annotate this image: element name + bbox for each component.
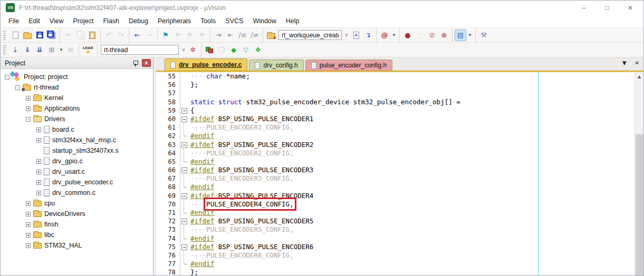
paste-button[interactable] (86, 29, 98, 41)
scroll-up-icon[interactable]: ▲ (635, 72, 643, 81)
expand-icon[interactable]: + (26, 106, 31, 111)
collapse-icon[interactable]: - (26, 117, 31, 122)
fold-collapse-icon[interactable] (180, 141, 189, 149)
configuration-wrench-button[interactable]: ⚒ (478, 29, 489, 41)
expand-icon[interactable]: + (36, 159, 41, 164)
expand-icon[interactable]: + (36, 191, 41, 195)
menu-peripherals[interactable]: Peripherals (153, 16, 196, 26)
tree-item-startup-stm32f407xx-s[interactable]: startup_stm32f407xx.s (1, 145, 153, 156)
tree-item-finsh[interactable]: +finsh (1, 219, 153, 230)
menu-help[interactable]: Help (281, 16, 304, 26)
tab-pulse-encoder-config-h[interactable]: pulse_encoder_config.h (305, 60, 392, 71)
fold-collapse-icon[interactable] (180, 217, 189, 225)
pack-installer-button[interactable]: ❖ (252, 44, 264, 56)
expand-icon[interactable]: + (26, 233, 31, 238)
tree-item-applications[interactable]: +Applications (1, 103, 153, 114)
expand-icon[interactable]: + (26, 243, 31, 248)
menu-view[interactable]: View (45, 16, 69, 26)
manage-rte-button[interactable]: ◆ (228, 44, 239, 56)
fold-collapse-icon[interactable] (180, 115, 189, 123)
menu-window[interactable]: Window (248, 16, 281, 26)
build-button[interactable]: ⇓ (22, 44, 33, 56)
tree-item-libc[interactable]: +libc (1, 230, 153, 240)
code-editor[interactable]: 55····char·*name;56};5758static·struct·s… (156, 72, 643, 275)
find-dropdown-button[interactable]: ∨ (343, 29, 350, 41)
tree-item-stm32-hal[interactable]: +STM32_HAL (1, 240, 153, 251)
tree-item-rt-thread[interactable]: -rt-thread (1, 82, 153, 93)
menu-svcs[interactable]: SVCS (220, 16, 248, 26)
tree-item-drv-usart-c[interactable]: +drv_usart.c (1, 166, 153, 177)
target-dropdown-button[interactable]: ∨ (180, 44, 187, 56)
download-button[interactable] (81, 44, 95, 56)
tree-item-project-project[interactable]: -Project: project (1, 72, 153, 82)
tree-item-kernel[interactable]: +Kernel (1, 93, 153, 103)
incremental-find-button[interactable]: ↴ (362, 29, 374, 41)
maximize-button[interactable]: □ (603, 4, 611, 12)
save-all-button[interactable] (46, 29, 57, 41)
open-file-button[interactable] (22, 29, 33, 41)
expand-icon[interactable]: + (26, 212, 31, 216)
menu-tools[interactable]: Tools (196, 16, 220, 26)
tree-item-drv-gpio-c[interactable]: +drv_gpio.c (1, 156, 153, 166)
menu-project[interactable]: Project (69, 16, 99, 26)
collapse-icon[interactable]: - (5, 75, 9, 80)
pin-icon[interactable] (133, 60, 138, 66)
toggle-bookmark-button[interactable]: ⚑ (160, 29, 171, 41)
save-button[interactable] (34, 29, 45, 41)
tree-item-board-c[interactable]: +board.c (1, 124, 153, 135)
manage-project-items-button[interactable] (204, 44, 215, 56)
navigate-back-button[interactable]: ← (131, 29, 143, 41)
target-select[interactable] (101, 45, 179, 55)
expand-icon[interactable]: + (26, 96, 31, 101)
tab-close-icon[interactable]: ✕ (635, 60, 639, 66)
menu-debug[interactable]: Debug (124, 16, 153, 26)
minimize-button[interactable]: – (580, 4, 588, 12)
fold-collapse-icon[interactable] (180, 106, 189, 115)
menu-edit[interactable]: Edit (24, 16, 45, 26)
expand-icon[interactable]: + (26, 201, 31, 206)
close-button[interactable]: ✕ (627, 4, 634, 12)
windows-layout-button[interactable]: ▤ (455, 29, 466, 41)
expand-icon[interactable]: + (36, 180, 41, 185)
windows-layout-caret[interactable]: ▾ (467, 29, 473, 41)
toolbar-grip[interactable] (3, 31, 6, 40)
find-in-files-button[interactable] (265, 29, 277, 41)
file-extensions-button[interactable]: ▽ (240, 44, 252, 56)
fold-collapse-icon[interactable] (180, 166, 189, 174)
find-input[interactable] (278, 30, 342, 40)
toolbar-grip[interactable] (3, 45, 6, 55)
comment-selection-button[interactable]: ∕≡ (237, 29, 248, 41)
tree-item-stm32f4xx-hal-msp-c[interactable]: +stm32f4xx_hal_msp.c (1, 135, 153, 145)
tab-drv-pulse-encoder-c[interactable]: drv_pulse_encoder.c (165, 58, 247, 71)
rebuild-button[interactable]: ⇊ (34, 44, 45, 56)
disable-all-breakpoints-button[interactable]: ⊘ (426, 29, 438, 41)
tab-drv-config-h[interactable]: drv_config.h (249, 60, 303, 71)
uncomment-selection-button[interactable]: ∕≠ (249, 29, 261, 41)
target-options-button[interactable]: ✲ (187, 44, 199, 56)
insert-breakpoint-button[interactable]: ● (402, 29, 414, 41)
tree-item-cpu[interactable]: +cpu (1, 198, 153, 209)
indent-left-button[interactable]: ⇤ (225, 29, 236, 41)
expand-icon[interactable]: + (36, 170, 41, 174)
debug-search-caret[interactable]: ▾ (391, 29, 397, 41)
new-file-button[interactable] (9, 29, 21, 41)
tree-item-drv-pulse-encoder-c[interactable]: +drv_pulse_encoder.c (1, 177, 153, 188)
scrollbar-thumb[interactable] (636, 134, 643, 275)
tree-item-drv-common-c[interactable]: +drv_common.c (1, 188, 153, 198)
fold-collapse-icon[interactable] (180, 192, 189, 200)
kill-all-breakpoints-button[interactable]: ⊗ (438, 29, 450, 41)
vertical-scrollbar[interactable]: ▲ (635, 72, 643, 275)
menu-flash[interactable]: Flash (98, 16, 124, 26)
tab-list-dropdown-icon[interactable]: ▼ (622, 60, 627, 66)
indent-right-button[interactable]: ⇥ (213, 29, 224, 41)
collapse-icon[interactable]: - (15, 85, 20, 90)
debug-search-button[interactable]: @ (379, 29, 390, 41)
batch-build-caret[interactable]: ▾ (58, 44, 64, 56)
menu-file[interactable]: File (4, 16, 24, 26)
expand-icon[interactable]: + (26, 222, 31, 227)
fold-collapse-icon[interactable] (180, 243, 189, 251)
expand-icon[interactable]: + (36, 127, 41, 132)
panel-close-icon[interactable]: x (142, 59, 151, 67)
expand-icon[interactable]: + (36, 138, 41, 143)
batch-build-button[interactable]: ⊞ (46, 44, 57, 56)
